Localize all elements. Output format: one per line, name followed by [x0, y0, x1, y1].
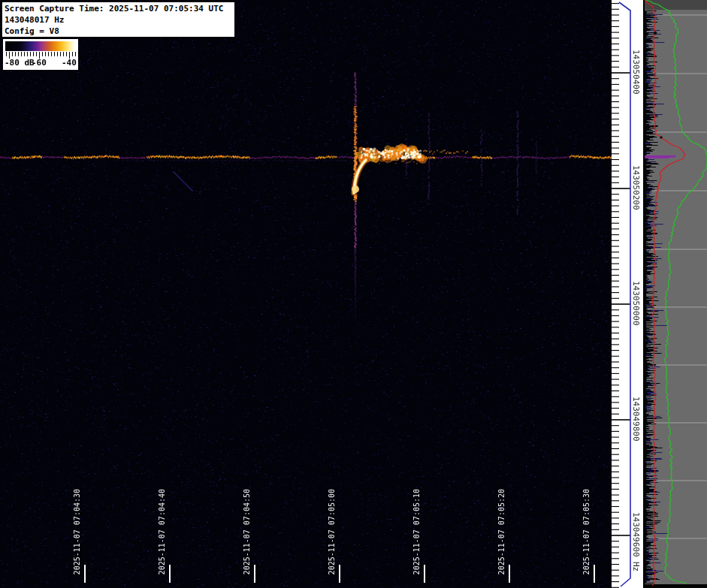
colorbar-tick	[6, 52, 7, 56]
spectrum-graph-panel	[643, 0, 707, 588]
capture-info-box: Screen Capture Time: 2025-11-07 07:05:34…	[1, 1, 236, 38]
colorbar-tick	[57, 52, 58, 56]
colorbar-tick	[45, 52, 46, 56]
colorbar-tick	[60, 52, 61, 56]
time-tick-label: 2025-11-07 07:04:50	[243, 489, 251, 574]
time-tick-mark	[84, 565, 86, 583]
intensity-colorbar: -80 dB -60 -40	[3, 39, 78, 70]
colorbar-tick	[15, 52, 16, 56]
waterfall-spectrogram	[0, 0, 612, 588]
colorbar-tick	[42, 52, 43, 56]
time-tick-mark	[169, 565, 171, 583]
time-tick-mark	[594, 565, 595, 583]
colorbar-tick	[66, 52, 67, 56]
time-tick-label: 2025-11-07 07:04:30	[73, 489, 81, 574]
colorbar-tick	[36, 52, 37, 56]
colorbar-tick	[18, 52, 19, 56]
colorbar-tick	[54, 52, 55, 56]
capture-time-text: Screen Capture Time: 2025-11-07 07:05:34…	[5, 3, 232, 14]
time-tick-mark	[254, 565, 255, 583]
frequency-tick-label: 143050000	[631, 281, 641, 326]
colorbar-label-80db: -80 dB	[5, 58, 35, 68]
colorbar-tick	[72, 52, 73, 56]
frequency-tick-label: 143050200	[631, 165, 641, 210]
colorbar-tick	[48, 52, 49, 56]
frequency-tick-label: 143049800	[631, 397, 641, 442]
frequency-tick-label: 143050400	[631, 50, 641, 95]
screen-capture: Screen Capture Time: 2025-11-07 07:05:34…	[0, 0, 707, 588]
time-tick-mark	[424, 565, 425, 583]
time-tick-label: 2025-11-07 07:05:30	[582, 489, 591, 574]
colorbar-tick	[63, 52, 64, 56]
colorbar-tick	[30, 52, 31, 56]
colorbar-label-40db: -40	[62, 58, 77, 68]
frequency-unit-label: Hz	[631, 562, 641, 571]
colorbar-tick	[21, 52, 22, 56]
colorbar-label-60db: -60	[32, 58, 47, 68]
frequency-tick-label: 143049600	[631, 512, 641, 557]
colorbar-tick	[75, 52, 76, 56]
colorbar-tick	[33, 52, 34, 56]
time-tick-label: 2025-11-07 07:04:40	[158, 489, 166, 574]
time-tick-label: 2025-11-07 07:05:10	[412, 489, 421, 574]
capture-config-text: Config = V8	[5, 26, 232, 37]
time-tick-label: 2025-11-07 07:05:00	[328, 489, 336, 574]
time-tick-mark	[509, 565, 510, 583]
colorbar-tick	[24, 52, 25, 56]
time-tick-label: 2025-11-07 07:05:20	[497, 489, 506, 574]
colorbar-tick	[51, 52, 52, 56]
capture-frequency-text: 143048017 Hz	[5, 14, 232, 26]
colorbar-tick	[12, 52, 13, 56]
colorbar-tick	[27, 52, 28, 56]
time-tick-mark	[339, 565, 340, 583]
colorbar-gradient	[5, 41, 75, 51]
